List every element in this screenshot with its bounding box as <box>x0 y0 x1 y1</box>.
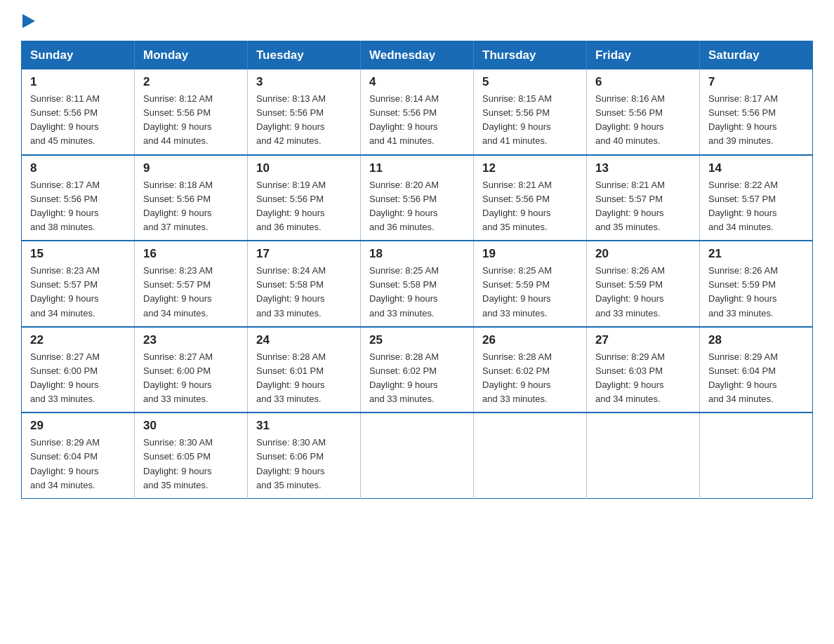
day-number: 2 <box>143 75 239 89</box>
day-cell: 19 Sunrise: 8:25 AMSunset: 5:59 PMDaylig… <box>474 241 587 327</box>
day-info: Sunrise: 8:30 AMSunset: 6:05 PMDaylight:… <box>143 437 213 490</box>
day-info: Sunrise: 8:16 AMSunset: 5:56 PMDaylight:… <box>595 93 665 146</box>
week-row-1: 1 Sunrise: 8:11 AMSunset: 5:56 PMDayligh… <box>22 69 813 155</box>
day-info: Sunrise: 8:27 AMSunset: 6:00 PMDaylight:… <box>30 351 100 404</box>
day-info: Sunrise: 8:21 AMSunset: 5:57 PMDaylight:… <box>595 180 665 232</box>
day-info: Sunrise: 8:29 AMSunset: 6:04 PMDaylight:… <box>708 351 778 404</box>
day-cell: 6 Sunrise: 8:16 AMSunset: 5:56 PMDayligh… <box>587 69 700 155</box>
day-number: 3 <box>256 75 352 89</box>
day-cell: 9 Sunrise: 8:18 AMSunset: 5:56 PMDayligh… <box>135 155 248 241</box>
day-cell: 11 Sunrise: 8:20 AMSunset: 5:56 PMDaylig… <box>361 155 474 241</box>
day-number: 31 <box>256 419 352 433</box>
day-cell <box>587 412 700 498</box>
day-number: 24 <box>256 333 352 347</box>
day-info: Sunrise: 8:25 AMSunset: 5:59 PMDaylight:… <box>482 265 552 318</box>
day-number: 18 <box>369 247 465 261</box>
day-cell <box>361 412 474 498</box>
day-number: 7 <box>708 75 804 89</box>
day-info: Sunrise: 8:26 AMSunset: 5:59 PMDaylight:… <box>595 265 665 318</box>
day-number: 30 <box>143 419 239 433</box>
day-cell: 15 Sunrise: 8:23 AMSunset: 5:57 PMDaylig… <box>22 241 135 327</box>
day-info: Sunrise: 8:29 AMSunset: 6:04 PMDaylight:… <box>30 437 100 490</box>
day-number: 21 <box>708 247 804 261</box>
day-info: Sunrise: 8:11 AMSunset: 5:56 PMDaylight:… <box>30 93 100 146</box>
day-info: Sunrise: 8:15 AMSunset: 5:56 PMDaylight:… <box>482 93 552 146</box>
day-cell: 7 Sunrise: 8:17 AMSunset: 5:56 PMDayligh… <box>700 69 813 155</box>
day-number: 22 <box>30 333 126 347</box>
day-cell: 10 Sunrise: 8:19 AMSunset: 5:56 PMDaylig… <box>248 155 361 241</box>
week-row-5: 29 Sunrise: 8:29 AMSunset: 6:04 PMDaylig… <box>22 412 813 498</box>
day-info: Sunrise: 8:13 AMSunset: 5:56 PMDaylight:… <box>256 93 326 146</box>
day-info: Sunrise: 8:26 AMSunset: 5:59 PMDaylight:… <box>708 265 778 318</box>
day-info: Sunrise: 8:23 AMSunset: 5:57 PMDaylight:… <box>30 265 100 318</box>
day-cell: 24 Sunrise: 8:28 AMSunset: 6:01 PMDaylig… <box>248 327 361 413</box>
day-number: 19 <box>482 247 578 261</box>
day-number: 26 <box>482 333 578 347</box>
day-number: 4 <box>369 75 465 89</box>
day-cell: 29 Sunrise: 8:29 AMSunset: 6:04 PMDaylig… <box>22 412 135 498</box>
day-number: 23 <box>143 333 239 347</box>
day-info: Sunrise: 8:22 AMSunset: 5:57 PMDaylight:… <box>708 180 778 232</box>
day-cell: 20 Sunrise: 8:26 AMSunset: 5:59 PMDaylig… <box>587 241 700 327</box>
day-info: Sunrise: 8:27 AMSunset: 6:00 PMDaylight:… <box>143 351 213 404</box>
day-number: 12 <box>482 161 578 175</box>
day-number: 27 <box>595 333 691 347</box>
day-cell: 13 Sunrise: 8:21 AMSunset: 5:57 PMDaylig… <box>587 155 700 241</box>
day-number: 13 <box>595 161 691 175</box>
day-cell: 2 Sunrise: 8:12 AMSunset: 5:56 PMDayligh… <box>135 69 248 155</box>
day-cell: 18 Sunrise: 8:25 AMSunset: 5:58 PMDaylig… <box>361 241 474 327</box>
column-header-saturday: Saturday <box>700 41 813 70</box>
column-header-friday: Friday <box>587 41 700 70</box>
day-info: Sunrise: 8:29 AMSunset: 6:03 PMDaylight:… <box>595 351 665 404</box>
day-number: 8 <box>30 161 126 175</box>
calendar-header-row: SundayMondayTuesdayWednesdayThursdayFrid… <box>22 41 813 70</box>
day-cell: 4 Sunrise: 8:14 AMSunset: 5:56 PMDayligh… <box>361 69 474 155</box>
day-info: Sunrise: 8:23 AMSunset: 5:57 PMDaylight:… <box>143 265 213 318</box>
day-number: 16 <box>143 247 239 261</box>
day-info: Sunrise: 8:19 AMSunset: 5:56 PMDaylight:… <box>256 180 326 232</box>
day-cell: 27 Sunrise: 8:29 AMSunset: 6:03 PMDaylig… <box>587 327 700 413</box>
page-header <box>21 14 813 28</box>
logo <box>21 14 35 28</box>
day-info: Sunrise: 8:17 AMSunset: 5:56 PMDaylight:… <box>30 180 100 232</box>
day-cell: 8 Sunrise: 8:17 AMSunset: 5:56 PMDayligh… <box>22 155 135 241</box>
day-info: Sunrise: 8:14 AMSunset: 5:56 PMDaylight:… <box>369 93 439 146</box>
day-number: 20 <box>595 247 691 261</box>
day-number: 25 <box>369 333 465 347</box>
day-cell: 31 Sunrise: 8:30 AMSunset: 6:06 PMDaylig… <box>248 412 361 498</box>
day-number: 5 <box>482 75 578 89</box>
day-number: 29 <box>30 419 126 433</box>
column-header-wednesday: Wednesday <box>361 41 474 70</box>
day-number: 10 <box>256 161 352 175</box>
day-number: 9 <box>143 161 239 175</box>
logo-arrow-icon <box>22 14 35 28</box>
day-number: 6 <box>595 75 691 89</box>
day-cell: 22 Sunrise: 8:27 AMSunset: 6:00 PMDaylig… <box>22 327 135 413</box>
day-info: Sunrise: 8:28 AMSunset: 6:02 PMDaylight:… <box>369 351 439 404</box>
day-cell <box>474 412 587 498</box>
day-info: Sunrise: 8:24 AMSunset: 5:58 PMDaylight:… <box>256 265 326 318</box>
column-header-tuesday: Tuesday <box>248 41 361 70</box>
week-row-4: 22 Sunrise: 8:27 AMSunset: 6:00 PMDaylig… <box>22 327 813 413</box>
day-info: Sunrise: 8:12 AMSunset: 5:56 PMDaylight:… <box>143 93 213 146</box>
day-info: Sunrise: 8:18 AMSunset: 5:56 PMDaylight:… <box>143 180 213 232</box>
day-cell: 1 Sunrise: 8:11 AMSunset: 5:56 PMDayligh… <box>22 69 135 155</box>
day-cell: 14 Sunrise: 8:22 AMSunset: 5:57 PMDaylig… <box>700 155 813 241</box>
day-info: Sunrise: 8:21 AMSunset: 5:56 PMDaylight:… <box>482 180 552 232</box>
svg-marker-0 <box>22 14 35 28</box>
day-number: 1 <box>30 75 126 89</box>
day-info: Sunrise: 8:25 AMSunset: 5:58 PMDaylight:… <box>369 265 439 318</box>
day-cell: 12 Sunrise: 8:21 AMSunset: 5:56 PMDaylig… <box>474 155 587 241</box>
day-number: 11 <box>369 161 465 175</box>
day-cell: 3 Sunrise: 8:13 AMSunset: 5:56 PMDayligh… <box>248 69 361 155</box>
day-number: 17 <box>256 247 352 261</box>
day-info: Sunrise: 8:30 AMSunset: 6:06 PMDaylight:… <box>256 437 326 490</box>
week-row-2: 8 Sunrise: 8:17 AMSunset: 5:56 PMDayligh… <box>22 155 813 241</box>
column-header-monday: Monday <box>135 41 248 70</box>
day-info: Sunrise: 8:17 AMSunset: 5:56 PMDaylight:… <box>708 93 778 146</box>
day-cell: 17 Sunrise: 8:24 AMSunset: 5:58 PMDaylig… <box>248 241 361 327</box>
day-number: 14 <box>708 161 804 175</box>
day-cell: 16 Sunrise: 8:23 AMSunset: 5:57 PMDaylig… <box>135 241 248 327</box>
day-info: Sunrise: 8:20 AMSunset: 5:56 PMDaylight:… <box>369 180 439 232</box>
day-cell: 23 Sunrise: 8:27 AMSunset: 6:00 PMDaylig… <box>135 327 248 413</box>
